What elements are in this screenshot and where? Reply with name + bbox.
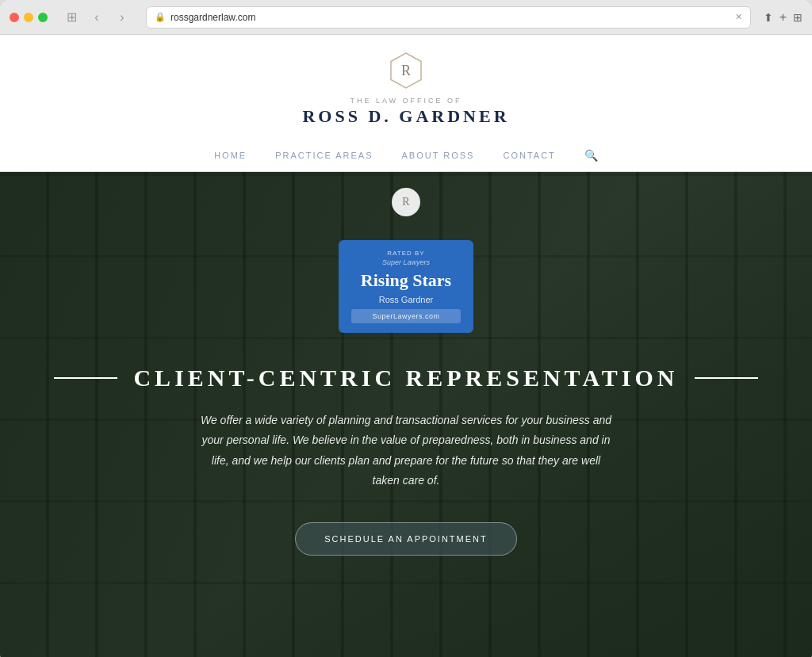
grid-icon[interactable]: ⊞ — [793, 11, 802, 24]
hero-line-right — [695, 377, 758, 379]
hero-emblem-letter: R — [402, 196, 409, 208]
rising-stars-badge: RATED BY Super Lawyers Rising Stars Ross… — [339, 240, 473, 333]
forward-button[interactable]: › — [111, 6, 133, 29]
logo-emblem: R — [386, 51, 426, 90]
browser-traffic-lights — [10, 13, 48, 22]
hero-section: R RATED BY Super Lawyers Rising Stars Ro… — [0, 172, 812, 657]
browser-titlebar: ⊞ ‹ › 🔒 rossgardnerlaw.com ✕ ⬆ + ⊞ — [0, 0, 812, 35]
sidebar-toggle-button[interactable]: ⊞ — [60, 6, 82, 29]
nav-practice-areas[interactable]: PRACTICE AREAS — [275, 151, 373, 160]
share-icon[interactable]: ⬆ — [764, 11, 773, 24]
minimize-button[interactable] — [24, 13, 33, 22]
site-header: R THE LAW OFFICE OF ROSS D. GARDNER HOME… — [0, 35, 812, 172]
hero-headline: CLIENT-CENTRIC REPRESENTATION — [133, 365, 678, 392]
logo-letter: R — [401, 63, 411, 79]
firm-name: ROSS D. GARDNER — [0, 106, 812, 127]
browser-toolbar-right: ⬆ + ⊞ — [764, 10, 802, 25]
badge-super-lawyers-label: Super Lawyers — [351, 258, 461, 266]
schedule-appointment-button[interactable]: SCHEDULE AN APPOINTMENT — [295, 522, 517, 556]
badge-rising-stars-title: Rising Stars — [351, 271, 461, 290]
close-tab-icon[interactable]: ✕ — [735, 12, 742, 22]
nav-home[interactable]: HOME — [214, 151, 247, 160]
address-bar[interactable]: 🔒 rossgardnerlaw.com ✕ — [146, 6, 751, 29]
hero-line-left — [54, 377, 117, 379]
url-text: rossgardnerlaw.com — [170, 12, 255, 23]
browser-nav-controls: ⊞ ‹ › — [60, 6, 133, 29]
hero-description: We offer a wide variety of planning and … — [184, 411, 628, 491]
back-button[interactable]: ‹ — [86, 6, 108, 29]
browser-window: ⊞ ‹ › 🔒 rossgardnerlaw.com ✕ ⬆ + ⊞ R — [0, 0, 812, 657]
hero-content: R RATED BY Super Lawyers Rising Stars Ro… — [0, 172, 812, 657]
badge-website-url: SuperLawyers.com — [351, 309, 461, 323]
firm-subtitle: THE LAW OFFICE OF — [0, 97, 812, 105]
new-tab-icon[interactable]: + — [779, 10, 787, 25]
close-button[interactable] — [10, 13, 19, 22]
search-icon[interactable]: 🔍 — [584, 149, 598, 162]
maximize-button[interactable] — [38, 13, 48, 22]
badge-attorney-name: Ross Gardner — [351, 295, 461, 304]
hero-headline-wrapper: CLIENT-CENTRIC REPRESENTATION — [54, 365, 757, 392]
hero-logo-emblem: R — [392, 188, 420, 216]
nav-about-ross[interactable]: ABOUT ROSS — [402, 151, 475, 160]
security-icon: 🔒 — [155, 12, 166, 22]
logo-hexagon: R — [386, 51, 426, 90]
badge-rated-by: RATED BY — [351, 250, 461, 257]
site-nav: HOME PRACTICE AREAS ABOUT ROSS CONTACT 🔍 — [0, 139, 812, 171]
nav-contact[interactable]: CONTACT — [503, 151, 555, 160]
website-content: R THE LAW OFFICE OF ROSS D. GARDNER HOME… — [0, 35, 812, 657]
